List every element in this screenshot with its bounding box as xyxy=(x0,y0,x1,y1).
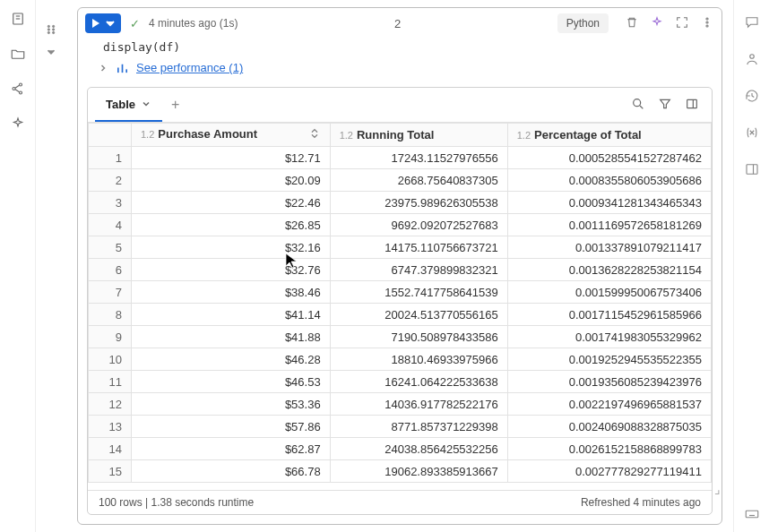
user-icon[interactable] xyxy=(744,51,760,70)
notebook-icon[interactable] xyxy=(10,11,26,30)
col-percentage[interactable]: 1.2Percentage of Total xyxy=(507,124,711,147)
execution-count: 2 xyxy=(246,17,548,30)
kebab-icon[interactable] xyxy=(700,15,714,32)
language-chip[interactable]: Python xyxy=(557,13,609,33)
cell-pct[interactable]: 0.0022197496965881537 xyxy=(507,393,711,416)
tab-table[interactable]: Table xyxy=(95,89,162,122)
history-icon[interactable] xyxy=(744,88,760,107)
performance-row[interactable]: See performance (1) xyxy=(78,57,721,82)
row-number: 8 xyxy=(89,304,132,326)
cell-purchase[interactable]: $41.88 xyxy=(132,326,331,348)
cell-purchase[interactable]: $41.14 xyxy=(132,304,331,326)
cell-pct[interactable]: 0.0019252945535522355 xyxy=(507,348,711,371)
cell-purchase[interactable]: $53.36 xyxy=(132,393,331,416)
table-row[interactable]: 6$32.766747.3798998323210.00136282282538… xyxy=(89,259,712,281)
cell-running[interactable]: 7190.508978433586 xyxy=(330,326,507,348)
share-icon[interactable] xyxy=(10,81,26,99)
cell-running[interactable]: 20024.513770556165 xyxy=(330,304,507,326)
cell-pct[interactable]: 0.001337891079211417 xyxy=(507,236,711,259)
table-row[interactable]: 10$46.2818810.469339759660.0019252945535… xyxy=(89,348,712,371)
table-row[interactable]: 8$41.1420024.5137705561650.0017115452961… xyxy=(89,304,712,326)
search-icon[interactable] xyxy=(631,97,645,114)
cell-toolbar: ✓ 4 minutes ago (1s) 2 Python xyxy=(78,8,721,39)
col-purchase-amount[interactable]: 1.2Purchase Amount xyxy=(132,124,331,147)
cell-pct[interactable]: 0.0019356085239423976 xyxy=(507,371,711,393)
assist-icon[interactable] xyxy=(650,15,664,32)
cell-pct[interactable]: 0.0005285541527287462 xyxy=(507,147,711,169)
cell-purchase[interactable]: $22.46 xyxy=(132,192,331,214)
cell-running[interactable]: 16241.064222533638 xyxy=(330,371,507,393)
table-row[interactable]: 9$41.887190.5089784335860.00174198305532… xyxy=(89,326,712,348)
cell-running[interactable]: 8771.857371229398 xyxy=(330,416,507,438)
cell-running[interactable]: 24038.856425532256 xyxy=(330,438,507,460)
row-number: 9 xyxy=(89,326,132,348)
table-row[interactable]: 13$57.868771.8573712293980.0024069088328… xyxy=(89,416,712,438)
table-row[interactable]: 1$12.7117243.115279765560.00052855415272… xyxy=(89,147,712,169)
check-icon: ✓ xyxy=(130,17,140,30)
cell-purchase[interactable]: $12.71 xyxy=(132,147,331,169)
grid-footer: 100 rows | 1.38 seconds runtime Refreshe… xyxy=(88,490,712,514)
cell-pct[interactable]: 0.001599950067573406 xyxy=(507,281,711,304)
run-button[interactable] xyxy=(85,13,121,33)
add-tab-button[interactable]: + xyxy=(162,88,188,122)
cell-running[interactable]: 18810.46933975966 xyxy=(330,348,507,371)
sparkle-icon[interactable] xyxy=(10,116,26,134)
cell-running[interactable]: 23975.989626305538 xyxy=(330,192,507,214)
cell-purchase[interactable]: $57.86 xyxy=(132,416,331,438)
table-row[interactable]: 14$62.8724038.8564255322560.002615215886… xyxy=(89,438,712,460)
cell-pct[interactable]: 0.0013628228253821154 xyxy=(507,259,711,281)
cell-pct[interactable]: 0.002777829277119411 xyxy=(507,460,711,483)
cell-pct[interactable]: 0.0011169572658181269 xyxy=(507,214,711,236)
cell-pct[interactable]: 0.001741983055329962 xyxy=(507,326,711,348)
code-line[interactable]: display(df) xyxy=(78,39,721,57)
cell-purchase[interactable]: $38.46 xyxy=(132,281,331,304)
cell-purchase[interactable]: $62.87 xyxy=(132,438,331,460)
cell-running[interactable]: 17243.11527976556 xyxy=(330,147,507,169)
resize-handle-icon[interactable]: ⌟ xyxy=(714,482,721,496)
table-row[interactable]: 12$53.3614036.9177825221760.002219749696… xyxy=(89,393,712,416)
cell-running[interactable]: 2668.75640837305 xyxy=(330,169,507,192)
cell-purchase[interactable]: $26.85 xyxy=(132,214,331,236)
cell-running[interactable]: 9692.092072527683 xyxy=(330,214,507,236)
cell-running[interactable]: 14175.110756673721 xyxy=(330,236,507,259)
cell-pct[interactable]: 0.0026152158868899783 xyxy=(507,438,711,460)
cell-purchase[interactable]: $66.78 xyxy=(132,460,331,483)
table-row[interactable]: 7$38.461552.74177586415390.0015999500675… xyxy=(89,281,712,304)
cell-purchase[interactable]: $32.76 xyxy=(132,259,331,281)
table-row[interactable]: 15$66.7819062.8933859136670.002777829277… xyxy=(89,460,712,483)
filter-icon[interactable] xyxy=(658,97,672,114)
comment-icon[interactable] xyxy=(744,14,760,33)
cell-running[interactable]: 6747.379899832321 xyxy=(330,259,507,281)
table-row[interactable]: 4$26.859692.0920725276830.00111695726581… xyxy=(89,214,712,236)
layout-icon[interactable] xyxy=(685,97,699,114)
cell-pct[interactable]: 0.0008355806053905686 xyxy=(507,169,711,192)
variables-icon[interactable] xyxy=(744,124,760,143)
table-row[interactable]: 2$20.092668.756408373050.000835580605390… xyxy=(89,169,712,192)
table-row[interactable]: 3$22.4623975.9896263055380.0009341281343… xyxy=(89,192,712,214)
performance-link[interactable]: See performance (1) xyxy=(136,61,243,74)
cell-running[interactable]: 19062.893385913667 xyxy=(330,460,507,483)
cell-running[interactable]: 1552.7417758641539 xyxy=(330,281,507,304)
cell-pct[interactable]: 0.0009341281343465343 xyxy=(507,192,711,214)
expand-icon[interactable] xyxy=(675,15,689,32)
folder-icon[interactable] xyxy=(10,46,26,64)
cell-purchase[interactable]: $20.09 xyxy=(132,169,331,192)
cell-purchase[interactable]: $46.28 xyxy=(132,348,331,371)
keyboard-icon[interactable] xyxy=(744,506,760,525)
output-panel: Table + 1.2Purchas xyxy=(87,87,713,515)
cell-purchase[interactable]: $46.53 xyxy=(132,371,331,393)
trash-icon[interactable] xyxy=(625,15,639,32)
cell-pct[interactable]: 0.0017115452961585966 xyxy=(507,304,711,326)
sort-icon[interactable] xyxy=(308,127,321,142)
svg-rect-29 xyxy=(746,511,758,518)
cell-purchase[interactable]: $32.16 xyxy=(132,236,331,259)
row-number: 3 xyxy=(89,192,132,214)
table-row[interactable]: 11$46.5316241.0642225336380.001935608523… xyxy=(89,371,712,393)
cell-running[interactable]: 14036.917782522176 xyxy=(330,393,507,416)
cell-pct[interactable]: 0.0024069088328875035 xyxy=(507,416,711,438)
panel-icon[interactable] xyxy=(744,161,760,180)
data-grid[interactable]: 1.2Purchase Amount 1.2Running Total 1.2P… xyxy=(88,123,712,490)
row-number-header[interactable] xyxy=(89,124,132,147)
table-row[interactable]: 5$32.1614175.1107566737210.0013378910792… xyxy=(89,236,712,259)
col-running-total[interactable]: 1.2Running Total xyxy=(330,124,507,147)
